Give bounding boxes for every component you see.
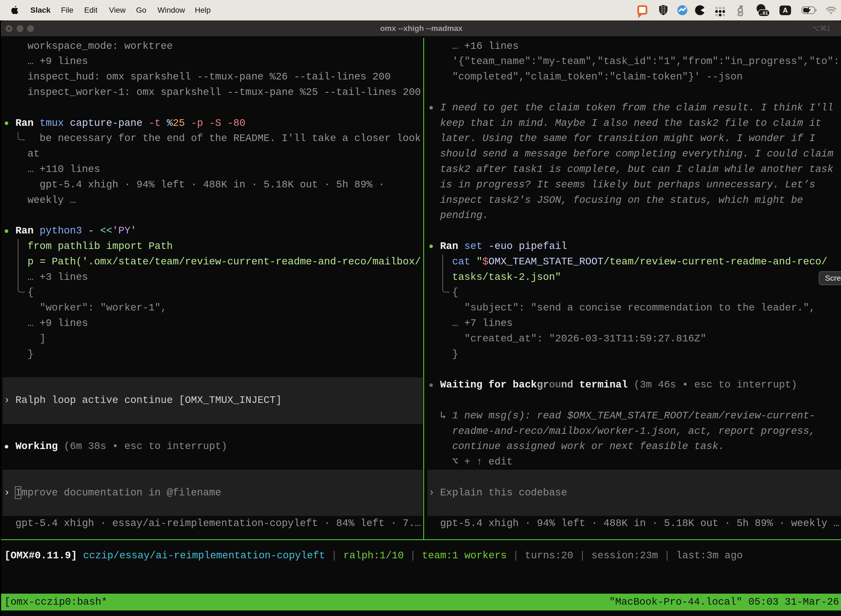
svg-text:..61: ..61: [760, 10, 768, 16]
